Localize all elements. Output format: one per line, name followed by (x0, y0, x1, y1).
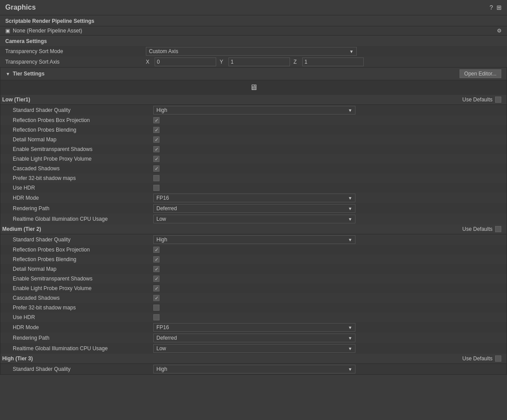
pipeline-icon: ▣ (5, 28, 10, 34)
transparency-sort-mode-dropdown[interactable]: Custom Axis ▼ (146, 47, 357, 56)
tier-dropdown-0-10[interactable]: Deferred▼ (153, 204, 355, 213)
tier-checkbox-0-6[interactable] (153, 165, 159, 172)
tier-row-value-0-5 (153, 156, 501, 162)
tier-dropdown-value-0-0: High (156, 107, 167, 113)
tier-checkbox-1-8[interactable] (153, 314, 159, 320)
tier-row-1-10: Rendering PathDeferred▼ (0, 333, 507, 343)
tier-row-1-8: Use HDR (0, 312, 507, 322)
dropdown-arrow-icon: ▼ (349, 49, 354, 54)
dropdown-arrow-icon: ▼ (348, 346, 352, 351)
pipeline-value: ▣ None (Render Pipeline Asset) (5, 28, 497, 34)
tier-group-header-2: High (Tier 3)Use Defaults (0, 354, 507, 364)
axis-y-input[interactable] (228, 57, 290, 66)
tier-row-0-1: Reflection Probes Box Projection (0, 115, 507, 125)
tier-dropdown-0-0[interactable]: High▼ (153, 106, 355, 115)
tier-checkbox-1-3[interactable] (153, 266, 159, 272)
tier-checkbox-0-3[interactable] (153, 136, 159, 143)
tier-group-name-2: High (Tier 3) (2, 355, 33, 362)
tier-row-label-1-6: Cascaded Shadows (13, 295, 153, 301)
pipeline-settings-icon[interactable]: ⚙ (497, 28, 502, 34)
tier-checkbox-0-8[interactable] (153, 185, 159, 191)
axis-x-label: X (146, 59, 151, 65)
tier-row-value-0-10: Deferred▼ (153, 204, 501, 213)
tier-row-label-1-0: Standard Shader Quality (13, 237, 153, 243)
tier-row-label-0-5: Enable Light Probe Proxy Volume (13, 156, 153, 162)
tier-dropdown-value-1-9: FP16 (156, 324, 169, 330)
use-defaults-label-0: Use Defaults (462, 97, 493, 103)
tier-group-header-1: Medium (Tier 2)Use Defaults (0, 224, 507, 234)
tier-checkbox-1-4[interactable] (153, 276, 159, 282)
tier-dropdown-1-10[interactable]: Deferred▼ (153, 334, 355, 342)
tier-row-label-0-7: Prefer 32-bit shadow maps (13, 175, 153, 181)
tier-row-label-1-8: Use HDR (13, 314, 153, 320)
tier-row-label-0-0: Standard Shader Quality (13, 107, 153, 113)
dropdown-arrow-icon: ▼ (348, 206, 352, 211)
tier-row-0-5: Enable Light Probe Proxy Volume (0, 154, 507, 164)
tier-row-label-1-3: Detail Normal Map (13, 266, 153, 272)
tier-row-0-9: HDR ModeFP16▼ (0, 193, 507, 203)
tier-dropdown-value-1-11: Low (156, 345, 166, 352)
tier-row-value-2-0: High▼ (153, 365, 501, 373)
tier-checkbox-0-2[interactable] (153, 127, 159, 133)
tier-row-value-1-10: Deferred▼ (153, 334, 501, 342)
tier-row-label-0-6: Cascaded Shadows (13, 165, 153, 172)
dropdown-arrow-icon: ▼ (348, 237, 352, 242)
tier-checkbox-1-2[interactable] (153, 256, 159, 262)
tier-dropdown-value-1-10: Deferred (156, 335, 177, 341)
tier-row-label-1-2: Reflection Probes Blending (13, 256, 153, 262)
tier-checkbox-1-5[interactable] (153, 285, 159, 291)
tier-row-value-1-6 (153, 295, 501, 301)
tier-checkbox-0-5[interactable] (153, 156, 159, 162)
monitor-icon: 🖥 (250, 83, 257, 92)
tier-dropdown-0-11[interactable]: Low▼ (153, 215, 355, 223)
tier-row-1-1: Reflection Probes Box Projection (0, 245, 507, 255)
tier-settings-collapse-icon[interactable]: ▼ (6, 72, 10, 76)
tier-row-label-0-4: Enable Semitransparent Shadows (13, 146, 153, 152)
tier-dropdown-value-1-0: High (156, 237, 167, 243)
tier-dropdown-value-2-0: High (156, 366, 167, 372)
tier-row-label-2-0: Standard Shader Quality (13, 366, 153, 372)
tier-checkbox-1-1[interactable] (153, 247, 159, 253)
dropdown-arrow-icon: ▼ (348, 336, 352, 341)
tier-checkbox-0-1[interactable] (153, 117, 159, 123)
tier-checkbox-0-4[interactable] (153, 146, 159, 152)
tier-row-value-0-7 (153, 175, 501, 181)
tier-checkbox-0-7[interactable] (153, 175, 159, 181)
use-defaults-checkbox-2[interactable] (495, 355, 501, 362)
tier-row-value-1-4 (153, 276, 501, 282)
tier-row-value-1-2 (153, 256, 501, 262)
tier-dropdown-2-0[interactable]: High▼ (153, 365, 355, 373)
axis-z-label: Z (293, 59, 299, 65)
tier-row-value-1-1 (153, 247, 501, 253)
tier-row-value-0-2 (153, 127, 501, 133)
tier-row-value-1-3 (153, 266, 501, 272)
tier-checkbox-1-6[interactable] (153, 295, 159, 301)
tier-row-value-0-4 (153, 146, 501, 152)
use-defaults-checkbox-0[interactable] (495, 97, 501, 103)
tier-row-0-11: Realtime Global Illumination CPU UsageLo… (0, 214, 507, 224)
use-defaults-label-1: Use Defaults (462, 226, 493, 232)
axis-x-input[interactable] (155, 57, 216, 66)
tier-checkbox-1-7[interactable] (153, 305, 159, 311)
tier-dropdown-1-11[interactable]: Low▼ (153, 344, 355, 353)
transparency-sort-axis-label: Transparency Sort Axis (5, 59, 146, 65)
tier-dropdown-1-9[interactable]: FP16▼ (153, 323, 355, 332)
tier-dropdown-0-9[interactable]: FP16▼ (153, 194, 355, 202)
axis-z-input[interactable] (302, 57, 364, 66)
tier-row-value-0-11: Low▼ (153, 215, 501, 223)
tier-row-label-1-7: Prefer 32-bit shadow maps (13, 305, 153, 311)
open-editor-button[interactable]: Open Editor... (460, 69, 501, 78)
axis-y-label: Y (220, 59, 225, 65)
transparency-sort-axis-row: Transparency Sort Axis X Y Z (0, 57, 507, 67)
tier-row-0-0: Standard Shader QualityHigh▼ (0, 105, 507, 115)
tier-row-0-10: Rendering PathDeferred▼ (0, 203, 507, 214)
tier-row-0-6: Cascaded Shadows (0, 164, 507, 173)
tier-settings-header: ▼ Tier Settings Open Editor... (0, 68, 507, 80)
layout-icon[interactable]: ⊞ (496, 4, 502, 11)
help-icon[interactable]: ? (489, 4, 493, 11)
tier-dropdown-1-0[interactable]: High▼ (153, 235, 355, 244)
use-defaults-row-2: Use Defaults (462, 355, 501, 362)
use-defaults-checkbox-1[interactable] (495, 226, 501, 232)
tier-row-1-4: Enable Semitransparent Shadows (0, 274, 507, 284)
axis-group: X Y Z (146, 57, 502, 66)
